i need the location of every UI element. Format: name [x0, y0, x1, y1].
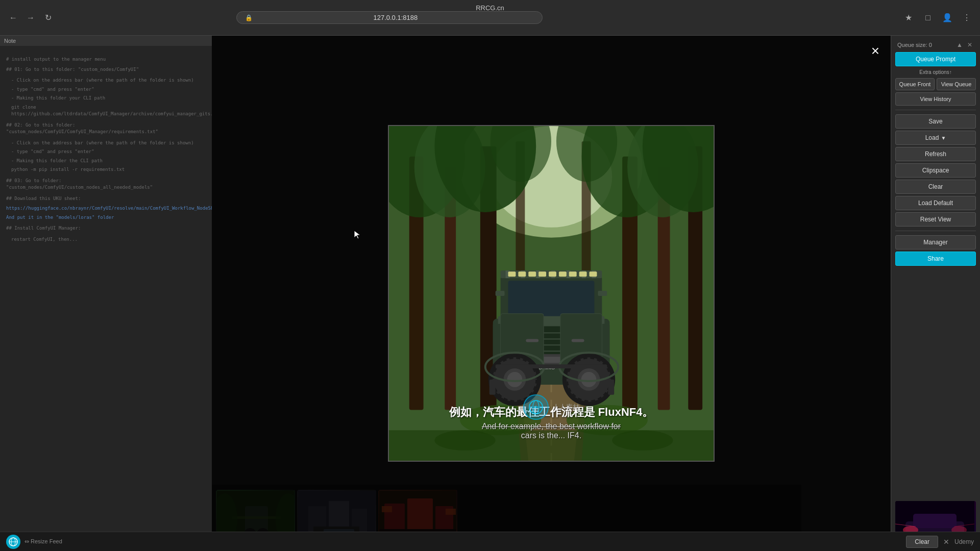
queue-info: Queue size: 0 ▲ ✕	[895, 40, 976, 50]
svg-rect-83	[598, 291, 607, 296]
profile-icon[interactable]: 👤	[940, 11, 954, 25]
watermark-logo	[523, 394, 549, 420]
lightbox-image-container: DAING	[388, 125, 715, 462]
svg-rect-82	[496, 291, 505, 296]
save-button[interactable]: Save	[895, 114, 976, 129]
nav-buttons: ← → ↻	[6, 11, 55, 25]
svg-rect-80	[489, 380, 496, 395]
queue-close-icon[interactable]: ✕	[966, 41, 974, 49]
svg-rect-81	[608, 380, 614, 395]
svg-rect-40	[528, 271, 536, 277]
page-title-tab: RRCG.cn	[476, 4, 504, 12]
svg-point-88	[534, 406, 537, 409]
view-history-button[interactable]: View History	[895, 92, 976, 106]
view-queue-button[interactable]: View Queue	[937, 78, 976, 90]
bookmark-icon[interactable]: ★	[901, 11, 916, 25]
svg-rect-42	[549, 271, 556, 277]
address-bar[interactable]: 🔒	[236, 11, 543, 24]
subtitle-english-1: And for example, the best workflow for	[399, 422, 703, 431]
queue-prompt-label: Queue Prompt	[916, 56, 955, 63]
svg-rect-45	[579, 271, 587, 277]
left-panel-content: # install output to the manager menu ## …	[0, 50, 212, 251]
svg-rect-38	[508, 271, 516, 277]
settings-icon[interactable]: ⋮	[960, 11, 974, 25]
left-panel-header: Note	[0, 36, 212, 46]
subtitle-english-2: cars is the... IF4.	[399, 431, 703, 440]
extra-options-link[interactable]: Extra options↑	[895, 68, 976, 76]
svg-point-71	[507, 372, 523, 387]
bottom-bar-left: ⇔ Resize Feed	[6, 535, 62, 549]
lightbox-overlay[interactable]: ×	[212, 36, 891, 551]
right-panel: Queue size: 0 ▲ ✕ Queue Prompt Extra opt…	[891, 36, 980, 551]
bottom-bar: ⇔ Resize Feed Clear ✕ Udemy	[0, 532, 980, 551]
svg-rect-39	[518, 271, 526, 277]
queue-front-button[interactable]: Queue Front	[895, 78, 935, 90]
close-bottom-icon[interactable]: ✕	[942, 538, 950, 546]
lightbox-close-button[interactable]: ×	[866, 42, 885, 60]
svg-point-76	[581, 372, 597, 387]
browser-toolbar-right: ★ □ 👤 ⋮	[901, 11, 974, 25]
reload-button[interactable]: ↻	[41, 11, 55, 25]
svg-rect-84	[496, 364, 607, 368]
svg-rect-46	[590, 271, 597, 277]
queue-size-label: Queue size: 0	[897, 42, 932, 48]
load-button[interactable]: Load ▼	[895, 131, 976, 145]
clear-bottom-button[interactable]: Clear	[906, 536, 938, 548]
queue-up-icon[interactable]: ▲	[955, 41, 964, 49]
load-default-button[interactable]: Load Default	[895, 196, 976, 210]
forward-button[interactable]: →	[23, 11, 38, 25]
url-input[interactable]	[257, 14, 534, 21]
svg-rect-114	[913, 514, 957, 528]
clear-button[interactable]: Clear	[895, 180, 976, 194]
svg-rect-29	[508, 281, 595, 319]
bottom-bar-right: Clear ✕ Udemy	[906, 536, 974, 548]
canvas-area: ×	[212, 36, 891, 551]
left-panel: Note # install output to the manager men…	[0, 36, 212, 551]
divider-2	[895, 231, 976, 231]
watermark: 人人素材	[523, 394, 579, 420]
browser-chrome: ← → ↻ 🔒 ★ □ 👤 ⋮ RRCG.cn	[0, 0, 980, 36]
lock-icon: 🔒	[245, 14, 253, 21]
refresh-button[interactable]: Refresh	[895, 147, 976, 161]
queue-prompt-button[interactable]: Queue Prompt	[895, 52, 976, 66]
svg-rect-43	[559, 271, 567, 277]
lightbox-image: DAING	[389, 126, 714, 461]
rrcg-logo-bottom	[6, 535, 20, 549]
svg-rect-67	[572, 339, 584, 342]
share-button[interactable]: Share	[895, 252, 976, 266]
browser-title: RRCG.cn	[476, 4, 504, 12]
svg-rect-66	[526, 339, 538, 342]
svg-rect-44	[569, 271, 577, 277]
svg-rect-41	[538, 271, 546, 277]
main-area: Note # install output to the manager men…	[0, 36, 980, 551]
divider-1	[895, 110, 976, 110]
extensions-icon[interactable]: □	[921, 11, 935, 25]
resize-feed-label[interactable]: ⇔ Resize Feed	[24, 538, 62, 545]
queue-icons: ▲ ✕	[955, 41, 974, 49]
clipspace-button[interactable]: Clipspace	[895, 163, 976, 178]
udemy-label: Udemy	[954, 538, 974, 545]
watermark-text: 人人素材	[553, 403, 579, 412]
manager-button[interactable]: Manager	[895, 235, 976, 249]
queue-view-row: Queue Front View Queue	[895, 78, 976, 90]
back-button[interactable]: ←	[6, 11, 20, 25]
reset-view-button[interactable]: Reset View	[895, 212, 976, 227]
